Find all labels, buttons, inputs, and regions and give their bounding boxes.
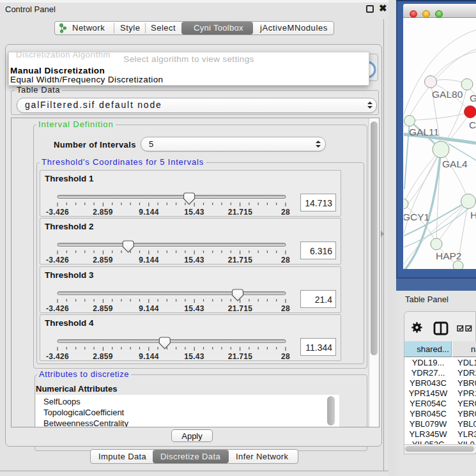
svg-text:GAL4: GAL4 [442, 158, 468, 169]
svg-text:GCY1: GCY1 [404, 211, 429, 222]
svg-text:C: C [469, 119, 476, 130]
svg-text:H: H [470, 210, 476, 220]
svg-text:HAP2: HAP2 [436, 250, 462, 261]
svg-text:GA: GA [470, 93, 476, 104]
svg-text:GAL11: GAL11 [409, 127, 439, 137]
svg-text:GAL80: GAL80 [432, 89, 463, 100]
